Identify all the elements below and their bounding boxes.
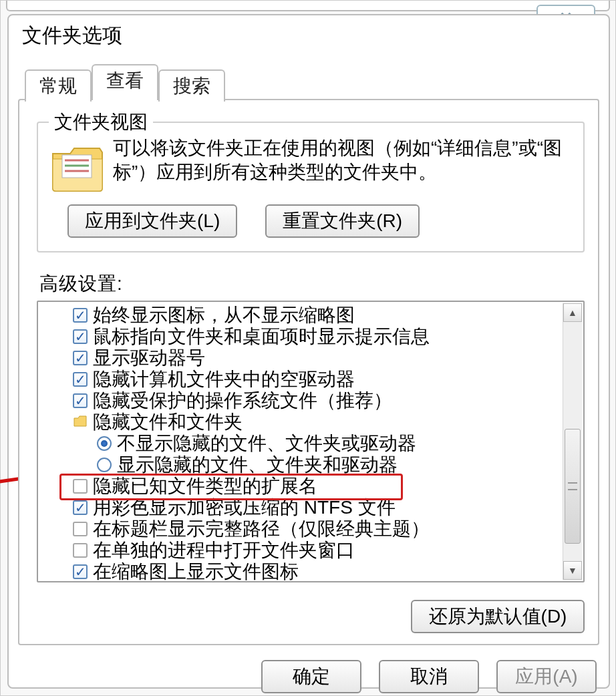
apply-button[interactable]: 应用(A) [496, 660, 597, 693]
setting-label: 隐藏已知文件类型的扩展名 [93, 476, 317, 497]
setting-row[interactable]: 不显示隐藏的文件、文件夹或驱动器 [45, 433, 561, 454]
setting-row: 隐藏文件和文件夹 [45, 411, 561, 433]
setting-row[interactable]: ✓显示驱动器号 [45, 347, 561, 369]
groupbox-legend: 文件夹视图 [49, 110, 153, 135]
checkbox-unchecked-icon[interactable] [73, 479, 88, 494]
setting-row[interactable]: ✓鼠标指向文件夹和桌面项时显示提示信息 [45, 326, 561, 347]
checkbox-unchecked-icon[interactable] [73, 543, 88, 558]
setting-label: 不显示隐藏的文件、文件夹或驱动器 [117, 433, 416, 454]
parent-window-edge [6, 1, 610, 11]
restore-defaults-button[interactable]: 还原为默认值(D) [411, 600, 585, 633]
radio-unchecked-icon[interactable] [97, 458, 112, 472]
setting-label: 在缩略图上显示文件图标 [93, 561, 299, 581]
folder-options-dialog: 文件夹选项 常规 查看 搜索 文件夹视图 可以将该文件夹正在 [7, 14, 610, 689]
checkbox-checked-icon[interactable]: ✓ [73, 351, 88, 365]
folder-small-icon [73, 411, 88, 433]
tab-view[interactable]: 查看 [92, 64, 158, 100]
scroll-down-button[interactable]: ▼ [563, 561, 582, 580]
checkbox-checked-icon[interactable]: ✓ [73, 329, 88, 344]
reset-folders-button[interactable]: 重置文件夹(R) [265, 204, 420, 238]
scroll-thumb[interactable] [565, 429, 581, 544]
scroll-track[interactable] [563, 322, 582, 561]
tab-general[interactable]: 常规 [25, 69, 92, 102]
folder-icon [50, 142, 105, 194]
tab-panel-view: 文件夹视图 可以将该文件夹正在使用的视图（例如“详细信息”或“图标”）应用到所有… [18, 99, 599, 645]
advanced-settings-list[interactable]: ✓始终显示图标，从不显示缩略图✓鼠标指向文件夹和桌面项时显示提示信息✓显示驱动器… [37, 301, 585, 582]
groupbox-description: 可以将该文件夹正在使用的视图（例如“详细信息”或“图标”）应用到所有这种类型的文… [113, 136, 571, 194]
setting-label: 鼠标指向文件夹和桌面项时显示提示信息 [93, 326, 430, 347]
setting-row[interactable]: ✓用彩色显示加密或压缩的 NTFS 文件 [45, 497, 561, 518]
checkbox-unchecked-icon[interactable] [73, 522, 88, 536]
radio-checked-icon[interactable] [97, 436, 112, 451]
scroll-up-button[interactable]: ▲ [563, 303, 582, 322]
setting-row[interactable]: 隐藏已知文件类型的扩展名 [45, 476, 561, 497]
cancel-button[interactable]: 取消 [379, 660, 479, 693]
setting-row[interactable]: ✓隐藏计算机文件夹中的空驱动器 [45, 369, 561, 390]
scrollbar[interactable]: ▲ ▼ [563, 303, 582, 580]
checkbox-checked-icon[interactable]: ✓ [73, 564, 88, 579]
setting-label: 在标题栏显示完整路径（仅限经典主题） [93, 518, 430, 540]
tab-row: 常规 查看 搜索 [25, 64, 599, 100]
setting-label: 在单独的进程中打开文件夹窗口 [93, 540, 355, 561]
checkbox-checked-icon[interactable]: ✓ [73, 393, 88, 408]
setting-label: 显示驱动器号 [93, 347, 205, 369]
checkbox-checked-icon[interactable]: ✓ [73, 372, 88, 387]
setting-label: 隐藏计算机文件夹中的空驱动器 [93, 369, 355, 390]
setting-row[interactable]: ✓在缩略图上显示文件图标 [45, 561, 561, 581]
setting-label: 始终显示图标，从不显示缩略图 [93, 305, 355, 326]
tab-search[interactable]: 搜索 [158, 69, 225, 102]
setting-row[interactable]: 在单独的进程中打开文件夹窗口 [45, 540, 561, 561]
setting-label: 显示隐藏的文件、文件夹和驱动器 [117, 454, 398, 476]
ok-button[interactable]: 确定 [261, 660, 361, 693]
apply-to-folders-button[interactable]: 应用到文件夹(L) [67, 204, 237, 238]
checkbox-checked-icon[interactable]: ✓ [73, 500, 88, 515]
setting-label: 隐藏受保护的操作系统文件（推荐） [93, 390, 392, 411]
dialog-footer: 确定 取消 应用(A) [18, 660, 599, 693]
setting-row[interactable]: 在标题栏显示完整路径（仅限经典主题） [45, 518, 561, 540]
folder-view-groupbox: 文件夹视图 可以将该文件夹正在使用的视图（例如“详细信息”或“图标”）应用到所有… [37, 122, 585, 252]
dialog-title: 文件夹选项 [22, 22, 599, 49]
setting-label: 用彩色显示加密或压缩的 NTFS 文件 [93, 497, 396, 518]
checkbox-checked-icon[interactable]: ✓ [73, 308, 88, 323]
setting-row[interactable]: ✓始终显示图标，从不显示缩略图 [45, 305, 561, 326]
setting-row[interactable]: 显示隐藏的文件、文件夹和驱动器 [45, 454, 561, 476]
window-frame: ✕ 文件夹选项 常规 查看 搜索 文件夹视图 [0, 0, 616, 696]
setting-row[interactable]: ✓隐藏受保护的操作系统文件（推荐） [45, 390, 561, 411]
advanced-settings-label: 高级设置: [39, 271, 585, 297]
setting-label: 隐藏文件和文件夹 [93, 411, 243, 433]
